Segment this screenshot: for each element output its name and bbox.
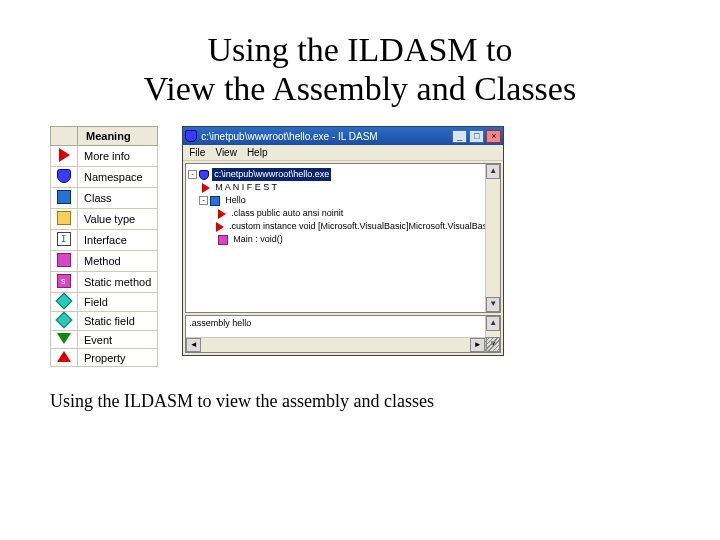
resize-grip-icon[interactable] <box>485 337 500 352</box>
tree-item-label: Main : void() <box>231 233 285 246</box>
legend-row: Field <box>51 293 158 312</box>
legend-row: Class <box>51 188 158 209</box>
static-method-icon <box>57 274 71 288</box>
legend-header-meaning: Meaning <box>78 127 158 146</box>
tree-class-label: Hello <box>223 194 248 207</box>
legend-row: Static method <box>51 272 158 293</box>
class-icon <box>57 190 71 204</box>
menu-view[interactable]: View <box>215 147 237 158</box>
legend-row: Event <box>51 331 158 349</box>
minimize-button[interactable]: _ <box>452 130 467 143</box>
tree-item-label: .class public auto ansi noinit <box>229 207 345 220</box>
menu-file[interactable]: File <box>189 147 205 158</box>
window-titlebar[interactable]: c:\inetpub\wwwroot\hello.exe - IL DASM _… <box>183 127 503 145</box>
legend-label: Value type <box>78 209 158 230</box>
legend-row: Property <box>51 349 158 367</box>
tree-item-node[interactable]: .custom instance void [Microsoft.VisualB… <box>188 220 498 233</box>
legend-row: Method <box>51 251 158 272</box>
content-row: Meaning More info Namespace Class Value … <box>0 126 720 367</box>
class-node-icon <box>210 196 220 206</box>
page-caption: Using the ILDASM to view the assembly an… <box>50 391 670 412</box>
legend-row: Namespace <box>51 167 158 188</box>
legend-row: More info <box>51 146 158 167</box>
tree-manifest-label: M A N I F E S T <box>213 181 279 194</box>
window-title: c:\inetpub\wwwroot\hello.exe - IL DASM <box>201 131 452 142</box>
tree-item-node[interactable]: .class public auto ansi noinit <box>188 207 498 220</box>
scroll-up-button[interactable]: ▲ <box>486 316 500 331</box>
ildasm-window: c:\inetpub\wwwroot\hello.exe - IL DASM _… <box>182 126 504 356</box>
legend-header-row: Meaning <box>51 127 158 146</box>
expander-icon[interactable]: - <box>199 196 208 205</box>
static-field-icon <box>56 312 73 329</box>
title-line-1: Using the ILDASM to <box>207 31 512 68</box>
legend-table: Meaning More info Namespace Class Value … <box>50 126 158 367</box>
legend-label: Property <box>78 349 158 367</box>
info-icon <box>218 209 226 219</box>
assembly-icon <box>199 170 209 180</box>
method-icon <box>57 253 71 267</box>
legend-row: Static field <box>51 312 158 331</box>
interface-icon <box>57 232 71 246</box>
scroll-left-button[interactable]: ◄ <box>186 338 201 352</box>
legend-label: More info <box>78 146 158 167</box>
maximize-button[interactable]: □ <box>469 130 484 143</box>
tree-item-label: .custom instance void [Microsoft.VisualB… <box>227 220 498 233</box>
property-icon <box>57 351 71 362</box>
tree-item-node[interactable]: Main : void() <box>188 233 498 246</box>
legend-label: Class <box>78 188 158 209</box>
valuetype-icon <box>57 211 71 225</box>
more-info-icon <box>59 148 70 162</box>
tree-root-label: c:\inetpub\wwwroot\hello.exe <box>212 168 331 181</box>
menubar: File View Help <box>183 145 503 161</box>
scroll-right-button[interactable]: ► <box>470 338 485 352</box>
namespace-icon <box>57 169 71 183</box>
legend-label: Interface <box>78 230 158 251</box>
legend-header-icon <box>51 127 78 146</box>
legend-label: Event <box>78 331 158 349</box>
page-title: Using the ILDASM to View the Assembly an… <box>40 30 680 108</box>
scroll-up-button[interactable]: ▲ <box>486 164 500 179</box>
field-icon <box>56 293 73 310</box>
legend-label: Namespace <box>78 167 158 188</box>
detail-panel: .assembly hello ▲ ▼ ◄ ► <box>185 315 501 353</box>
detail-text: .assembly hello <box>189 318 251 328</box>
detail-horizontal-scrollbar[interactable]: ◄ ► <box>186 337 485 352</box>
info-icon <box>216 222 224 232</box>
title-line-2: View the Assembly and Classes <box>144 70 576 107</box>
tree-vertical-scrollbar[interactable]: ▲ ▼ <box>485 164 500 312</box>
event-icon <box>57 333 71 344</box>
method-node-icon <box>218 235 228 245</box>
expander-icon[interactable]: - <box>188 170 197 179</box>
legend-label: Static method <box>78 272 158 293</box>
tree-panel: - c:\inetpub\wwwroot\hello.exe M A N I F… <box>185 163 501 313</box>
tree-manifest-node[interactable]: M A N I F E S T <box>188 181 498 194</box>
tree-root-node[interactable]: - c:\inetpub\wwwroot\hello.exe <box>188 168 498 181</box>
scroll-down-button[interactable]: ▼ <box>486 297 500 312</box>
legend-row: Value type <box>51 209 158 230</box>
app-icon <box>185 130 197 142</box>
legend-label: Static field <box>78 312 158 331</box>
legend-label: Field <box>78 293 158 312</box>
tree-class-node[interactable]: - Hello <box>188 194 498 207</box>
close-button[interactable]: × <box>486 130 501 143</box>
menu-help[interactable]: Help <box>247 147 268 158</box>
manifest-icon <box>202 183 210 193</box>
legend-label: Method <box>78 251 158 272</box>
legend-row: Interface <box>51 230 158 251</box>
